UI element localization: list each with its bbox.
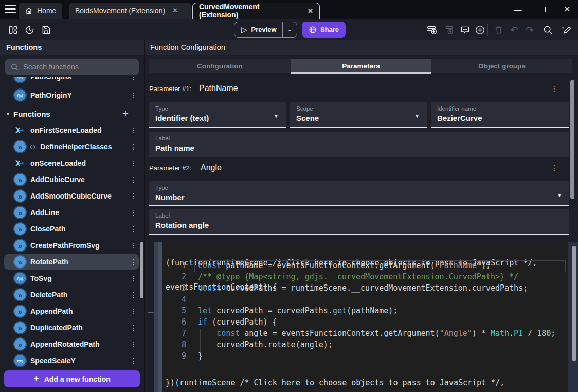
search-icon[interactable] — [541, 24, 554, 36]
param1-scope-select[interactable]: Scope Scene ▼ — [290, 102, 427, 128]
parameter-1-name-input[interactable]: PathName — [199, 84, 238, 93]
item-menu-icon[interactable]: ⋮ — [129, 225, 139, 233]
code-collapse-caret[interactable]: ^ — [355, 379, 367, 386]
tab-home[interactable]: Home — [19, 3, 62, 19]
share-button[interactable]: Share — [302, 22, 346, 38]
item-menu-icon[interactable]: ⋮ — [129, 159, 139, 167]
comment-icon[interactable] — [459, 24, 471, 36]
code-line-9[interactable]: 9} — [166, 350, 203, 362]
functions-group-header[interactable]: ▾ Functions + — [0, 106, 140, 121]
sidebar-item-DuplicatedPath[interactable]: »DuplicatedPath⋮ — [4, 320, 139, 335]
expression-function-icon: f(x) — [14, 90, 26, 101]
item-menu-icon[interactable]: ⋮ — [129, 340, 139, 348]
code-line-5[interactable]: 5let curvedPath = curvedPaths.get(pathNa… — [166, 305, 398, 316]
param1-type-select[interactable]: Type Identifier (text) ▼ — [149, 102, 286, 128]
action-function-icon: » — [14, 223, 26, 235]
tab-object-groups[interactable]: Object groups — [431, 59, 572, 73]
item-menu-icon[interactable]: ⋮ — [129, 126, 139, 134]
param1-identifier-input[interactable]: Identifier name BezierCurve — [431, 102, 569, 128]
group-collapse-icon[interactable]: ▾ — [7, 111, 9, 117]
code-line-1[interactable]: 1const pathName = eventsFunctionContext.… — [166, 260, 491, 271]
menu-hamburger-icon[interactable] — [5, 5, 16, 14]
item-menu-icon[interactable]: ⋮ — [129, 274, 139, 282]
functions-list: ▾ Functions + f(x)PathOriginX⋮f(x)PathOr… — [0, 77, 140, 367]
item-menu-icon[interactable]: ⋮ — [129, 307, 139, 315]
search-functions-box[interactable] — [5, 59, 139, 75]
add-new-function-button[interactable]: + Add a new function — [4, 370, 140, 387]
param2-type-select[interactable]: Type Number ▼ — [149, 181, 569, 206]
add-event-icon[interactable] — [426, 24, 438, 36]
item-menu-icon[interactable]: ⋮ — [129, 192, 139, 200]
sidebar-item-CreatePathFromSvg[interactable]: »CreatePathFromSvg⋮ — [4, 238, 139, 253]
window-maximize-button[interactable] — [535, 3, 550, 15]
tab-curvedmovement[interactable]: CurvedMovement (Extension) ✕ — [192, 3, 320, 19]
code-editor-scrollbar[interactable] — [572, 246, 576, 361]
add-function-icon[interactable]: + — [122, 108, 129, 120]
item-menu-icon[interactable]: ⋮ — [129, 357, 139, 365]
function-name: CreatePathFromSvg — [30, 241, 129, 250]
add-sub-event-icon[interactable] — [443, 24, 456, 36]
function-name: ToSvg — [30, 274, 129, 282]
chevron-down-icon[interactable]: ⌄ — [283, 26, 297, 33]
sidebar-item-AppendPath[interactable]: »AppendPath⋮ — [4, 304, 139, 319]
item-menu-icon[interactable]: ⋮ — [129, 91, 139, 99]
add-circle-icon[interactable] — [474, 24, 486, 36]
project-manager-icon[interactable] — [7, 24, 19, 36]
tab-close-icon[interactable]: ✕ — [172, 7, 178, 14]
param1-label-input[interactable]: Label Path name — [149, 132, 569, 157]
sidebar-item-onFirstSceneLoaded[interactable]: onFirstSceneLoaded⋮ — [4, 122, 139, 138]
search-input[interactable] — [23, 63, 126, 71]
parameter-1-menu-icon[interactable]: ⋮ — [549, 84, 559, 93]
parameter-2-name-input[interactable]: Angle — [201, 163, 222, 172]
line-content: const pathName = eventsFunctionContext.g… — [198, 261, 491, 270]
tab-close-icon[interactable]: ✕ — [308, 7, 313, 15]
trash-icon[interactable] — [493, 24, 505, 36]
item-menu-icon[interactable]: ⋮ — [129, 77, 139, 81]
sidebar-item-SpeedScaleY[interactable]: f(x)SpeedScaleY⋮ — [4, 353, 139, 367]
sidebar-item-DefineHelperClasses[interactable]: »∅DefineHelperClasses⋮ — [4, 139, 139, 154]
sidebar-item-AddSmoothCubicCurve[interactable]: »AddSmoothCubicCurve⋮ — [4, 188, 139, 204]
sidebar-item-AddLine[interactable]: »AddLine⋮ — [4, 205, 139, 220]
item-menu-icon[interactable]: ⋮ — [129, 208, 139, 217]
item-menu-icon[interactable]: ⋮ — [129, 324, 139, 332]
sidebar-scrollbar[interactable] — [140, 242, 143, 298]
sidebar-item-DeletePath[interactable]: »DeletePath⋮ — [4, 287, 139, 302]
window-minimize-button[interactable]: — — [510, 3, 526, 15]
gdevelop-window: Home BoidsMovement (Extension) ✕ CurvedM… — [0, 0, 578, 392]
code-line-4[interactable]: 4 — [166, 294, 198, 305]
item-menu-icon[interactable]: ⋮ — [129, 291, 139, 299]
item-menu-icon[interactable]: ⋮ — [129, 241, 139, 250]
undo-icon[interactable]: ↶ — [508, 24, 520, 36]
window-close-button[interactable]: ✕ — [559, 3, 575, 15]
item-menu-icon[interactable]: ⋮ — [129, 142, 139, 151]
code-line-3[interactable]: 3const curvedPaths = runtimeScene.__curv… — [166, 282, 528, 294]
code-line-7[interactable]: 7 const angle = eventsFunctionContext.ge… — [166, 328, 555, 339]
code-event-drag-handle[interactable] — [158, 242, 162, 392]
sidebar-item-ClosePath[interactable]: »ClosePath⋮ — [4, 221, 139, 237]
preview-button[interactable]: ▷ Preview ⌄ — [234, 22, 297, 38]
function-name: onSceneLoaded — [30, 159, 129, 167]
param2-label-input[interactable]: Label Rotation angle — [149, 209, 569, 235]
item-menu-icon[interactable]: ⋮ — [129, 258, 139, 266]
code-line-8[interactable]: 8 curvedPath.rotate(angle); — [166, 339, 333, 350]
history-icon[interactable] — [23, 24, 35, 36]
sidebar-item-PathOriginX[interactable]: f(x)PathOriginX⋮ — [4, 77, 139, 84]
parameters-scrollbar[interactable] — [570, 80, 574, 199]
sidebar-item-RotatePath[interactable]: »RotatePath⋮ — [4, 254, 139, 270]
tab-boidsmovement[interactable]: BoidsMovement (Extension) ✕ — [69, 3, 191, 19]
save-icon[interactable] — [40, 24, 52, 36]
sidebar-item-AppendRotatedPath[interactable]: »AppendRotatedPath⋮ — [4, 336, 139, 352]
code-line-6[interactable]: 6if (curvedPath) { — [166, 316, 277, 328]
item-menu-icon[interactable]: ⋮ — [129, 175, 139, 184]
sidebar-item-onSceneLoaded[interactable]: onSceneLoaded⋮ — [4, 155, 139, 171]
redo-icon[interactable]: ↷ — [523, 24, 536, 36]
sidebar-item-AddCubicCurve[interactable]: »AddCubicCurve⋮ — [4, 172, 139, 187]
parameter-2-menu-icon[interactable]: ⋮ — [549, 164, 559, 172]
sidebar-item-ToSvg[interactable]: f(x)ToSvg⋮ — [4, 271, 139, 286]
sidebar-item-PathOriginY[interactable]: f(x)PathOriginY⋮ — [4, 87, 139, 103]
tab-parameters[interactable]: Parameters — [291, 59, 431, 73]
edit-wand-icon[interactable] — [560, 24, 572, 36]
action-function-icon: » — [14, 190, 26, 202]
tab-configuration[interactable]: Configuration — [149, 59, 291, 73]
code-line-2[interactable]: 2/** @type {Map<string, gdjs.__curvedMov… — [166, 271, 518, 282]
